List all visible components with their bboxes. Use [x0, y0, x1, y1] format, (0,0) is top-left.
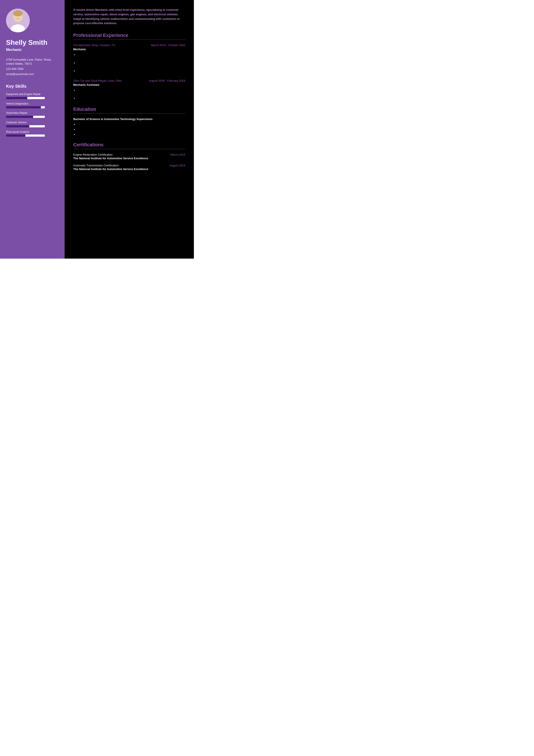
education-section-title: Education: [73, 106, 185, 112]
experience-list: The Mechanic Shop, Houston, TX March 201…: [73, 43, 185, 100]
certifications-list: Engine Restoration Certification March 2…: [73, 153, 185, 171]
skill-bar-fill: [6, 125, 29, 127]
cert-issuer: The National Institute for Automotive Se…: [73, 168, 185, 171]
skill-bar-fill: [6, 106, 41, 108]
cert-date: August 2019: [169, 164, 185, 167]
exp-role: Mechanic: [73, 48, 185, 51]
skill-name: Vehicle Diagnostics: [6, 102, 59, 106]
skill-bar-fill: [6, 97, 27, 99]
skill-name: Customer Service: [6, 121, 59, 124]
skill-name: Automotive Repair: [6, 111, 59, 115]
skills-list: Equipment and Engine Repair Vehicle Diag…: [6, 93, 59, 137]
edu-degree: Bachelor of Science in Automotive Techno…: [73, 118, 185, 121]
cert-name: Engine Restoration Certification: [73, 153, 113, 156]
exp-header: Ohio Car and Truck Repair, Lima, Ohio Au…: [73, 79, 185, 82]
experience-section-title: Professional Experience: [73, 33, 185, 38]
edu-bullet: [77, 123, 185, 126]
skill-item: Root-cause Analysis: [6, 130, 59, 137]
exp-bullets: [73, 88, 185, 100]
skill-bar-bg: [6, 125, 45, 127]
exp-bullet: [77, 53, 185, 57]
exp-entry: The Mechanic Shop, Houston, TX March 201…: [73, 43, 185, 73]
svg-point-2: [13, 10, 23, 16]
education-divider: [73, 113, 185, 114]
skill-item: Customer Service: [6, 121, 59, 127]
skill-bar-fill: [6, 134, 25, 137]
certifications-divider: [73, 149, 185, 149]
exp-date: August 2018 - February 2019: [149, 79, 185, 82]
summary: A results-driven Mechanic with entry-lev…: [73, 8, 185, 26]
edu-bullet: [77, 133, 185, 136]
contact-address: 4759 Sunnydale Lane, Plano, Texas, Unite…: [6, 58, 59, 66]
contact-email: email@youremail.com: [6, 72, 59, 76]
skill-name: Root-cause Analysis: [6, 130, 59, 134]
contact-section: 4759 Sunnydale Lane, Plano, Texas, Unite…: [6, 58, 59, 76]
skill-bar-bg: [6, 106, 45, 108]
exp-entry: Ohio Car and Truck Repair, Lima, Ohio Au…: [73, 79, 185, 100]
sidebar: Shelly Smith Mechanic 4759 Sunnydale Lan…: [0, 0, 64, 258]
avatar: [6, 9, 30, 32]
skill-name: Equipment and Engine Repair: [6, 93, 59, 96]
certifications-section-title: Certifications: [73, 142, 185, 148]
cert-header: Engine Restoration Certification March 2…: [73, 153, 185, 156]
cert-name: Automatic Transmission Certification: [73, 164, 118, 167]
exp-company: The Mechanic Shop, Houston, TX: [73, 43, 115, 47]
skill-bar-bg: [6, 134, 45, 137]
exp-bullet: [77, 61, 185, 65]
exp-bullet: [77, 69, 185, 73]
main-content: A results-driven Mechanic with entry-lev…: [64, 0, 194, 258]
skill-bar-bg: [6, 116, 45, 118]
cert-date: March 2016: [170, 153, 185, 156]
exp-bullet: [77, 96, 185, 100]
avatar-wrapper: [6, 9, 59, 32]
exp-bullets: [73, 53, 185, 73]
skill-item: Equipment and Engine Repair: [6, 93, 59, 99]
cert-issuer: The National Institute for Automotive Se…: [73, 157, 185, 160]
candidate-name: Shelly Smith: [6, 39, 59, 46]
exp-header: The Mechanic Shop, Houston, TX March 201…: [73, 43, 185, 47]
cert-entry: Automatic Transmission Certification Aug…: [73, 164, 185, 171]
job-title: Mechanic: [6, 48, 59, 52]
skill-item: Vehicle Diagnostics: [6, 102, 59, 109]
education-section: Bachelor of Science in Automotive Techno…: [73, 118, 185, 136]
cert-header: Automatic Transmission Certification Aug…: [73, 164, 185, 167]
skill-bar-bg: [6, 97, 45, 99]
edu-bullet: [77, 128, 185, 131]
exp-bullet: [77, 88, 185, 93]
exp-company: Ohio Car and Truck Repair, Lima, Ohio: [73, 79, 121, 82]
edu-bullets: [73, 123, 185, 136]
skills-heading: Key Skills: [6, 84, 59, 89]
contact-phone: 123-456-7890: [6, 67, 59, 71]
skills-section: Key Skills Equipment and Engine Repair V…: [6, 84, 59, 137]
cert-entry: Engine Restoration Certification March 2…: [73, 153, 185, 160]
skill-item: Automotive Repair: [6, 111, 59, 118]
exp-date: March 2019 - October 2020: [151, 43, 185, 47]
exp-role: Mechanic Assistant: [73, 83, 185, 86]
skill-bar-fill: [6, 116, 33, 118]
